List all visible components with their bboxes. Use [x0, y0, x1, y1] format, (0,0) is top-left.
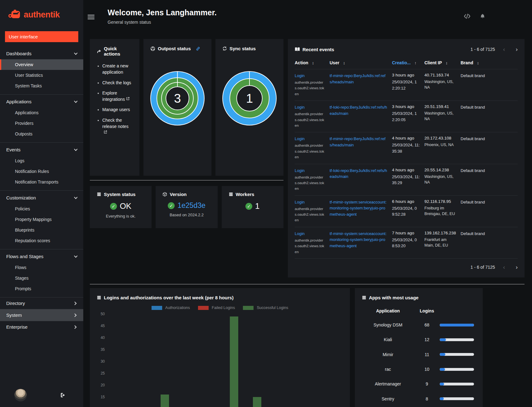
event-user-cell: tf-mimir-repo:BeryJu/k8s:ref:refs/heads/…	[330, 73, 392, 97]
event-location: Washington, US, NA	[424, 79, 456, 90]
y-axis-tick-label: 20	[97, 383, 105, 387]
pagination-next-icon[interactable]: ›	[516, 264, 518, 271]
event-relative-time: 6 hours ago	[392, 199, 420, 204]
legend-item-failed-logins: Failed Logins	[198, 306, 235, 310]
sidebar-section-header-flows-and-stages[interactable]: Flows and Stages	[0, 251, 83, 262]
sidebar-section-header-enterprise[interactable]: Enterprise	[0, 321, 83, 333]
event-brand: Default brand	[461, 199, 491, 205]
quick-actions-card: Quick actions Create a new applicationCh…	[90, 39, 139, 176]
quick-action-link-explore-integrations[interactable]: Explore integrations	[102, 91, 125, 102]
event-action-link[interactable]: Login	[295, 136, 305, 141]
chain-link-icon[interactable]	[196, 47, 200, 51]
user-avatar[interactable]	[14, 389, 27, 401]
app-usage-bar	[440, 383, 474, 385]
sidebar-section-label: Enterprise	[6, 324, 27, 330]
event-timestamp: 25/03/2024, 11:35:29	[392, 174, 420, 186]
sidebar-item-prompts[interactable]: Prompts	[0, 283, 83, 294]
sync-status-title: Sync status	[230, 46, 256, 51]
event-user-link[interactable]: tf-mimir-system:serviceaccount:monitorin…	[330, 199, 388, 218]
event-row: Loginauthentik.providers.oauth2.views.to…	[295, 196, 518, 227]
event-user-link[interactable]: tf-loki-repo:BeryJu/k8s:ref:refs/heads/m…	[330, 168, 388, 180]
event-user-link[interactable]: tf-loki-repo:BeryJu/k8s:ref:refs/heads/m…	[330, 104, 388, 116]
code-brackets-icon[interactable]	[464, 14, 471, 19]
sidebar-item-applications[interactable]: Applications	[0, 107, 83, 118]
quick-action-link-manage-users[interactable]: Manage users	[102, 107, 130, 112]
column-header-creatio[interactable]: Creatio...↑	[392, 60, 424, 65]
event-timestamp: 25/03/2024, 08:53:20	[392, 237, 420, 249]
pagination-next-icon[interactable]: ›	[516, 46, 518, 53]
quick-action-item: Check the release notes	[102, 117, 133, 136]
authentik-logo: authentik	[0, 0, 83, 28]
hamburger-menu-icon[interactable]	[88, 14, 94, 20]
event-user-cell: tf-loki-repo:BeryJu/k8s:ref:refs/heads/m…	[330, 168, 392, 192]
sidebar-item-stages[interactable]: Stages	[0, 273, 83, 283]
apps-usage-card: Apps with most usage ApplicationLoginsSy…	[355, 288, 483, 407]
sidebar-item-outposts[interactable]: Outposts	[0, 129, 83, 139]
event-user-link[interactable]: tf-mimir-system:serviceaccount:monitorin…	[330, 231, 388, 249]
event-action-link[interactable]: Login	[295, 231, 305, 236]
event-user-link[interactable]: tf-mimir-repo:BeryJu/k8s:ref:refs/heads/…	[330, 136, 388, 148]
app-logins-count: 12	[414, 337, 440, 342]
version-value-link[interactable]: 1e25d3e	[177, 201, 206, 210]
column-header-client-ip[interactable]: Client IP↕	[424, 60, 461, 65]
app-usage-bar	[440, 397, 474, 400]
quick-action-link-check-the-logs[interactable]: Check the logs	[102, 80, 131, 85]
sidebar-section-header-events[interactable]: Events	[0, 144, 83, 155]
sidebar-item-property-mappings[interactable]: Property Mappings	[0, 214, 83, 225]
apps-usage-title: Apps with most usage	[369, 295, 418, 300]
event-timestamp: 25/03/2024, 09:52:28	[392, 205, 420, 218]
app-usage-bar	[440, 368, 474, 371]
progress-fill	[440, 338, 446, 341]
notification-bell-icon[interactable]	[480, 13, 485, 19]
sidebar-section-header-directory[interactable]: Directory	[0, 297, 83, 309]
sidebar-item-providers[interactable]: Providers	[0, 118, 83, 129]
authentik-logo-icon	[8, 9, 21, 20]
sidebar-item-reputation-scores[interactable]: Reputation scores	[0, 235, 83, 246]
sidebar-section-header-customization[interactable]: Customization	[0, 192, 83, 203]
recent-events-card: Recent events 1 - 6 of 7125 ‹ › Action↕U…	[288, 39, 525, 277]
quick-action-item: Manage users	[102, 106, 133, 113]
sign-out-icon[interactable]	[60, 392, 66, 398]
external-link-icon	[104, 130, 107, 134]
sidebar-item-user-statistics[interactable]: User Statistics	[0, 70, 83, 81]
sidebar-item-flows[interactable]: Flows	[0, 262, 83, 273]
sidebar-section-header-applications[interactable]: Applications	[0, 96, 83, 107]
column-header-user[interactable]: User↕	[330, 60, 392, 65]
sidebar-item-logs[interactable]: Logs	[0, 155, 83, 166]
sidebar-item-notification-transports[interactable]: Notification Transports	[0, 177, 83, 187]
user-interface-button[interactable]: User interface	[5, 31, 78, 42]
sidebar-item-policies[interactable]: Policies	[0, 203, 83, 214]
sidebar-section-header-dashboards[interactable]: Dashboards	[0, 48, 83, 59]
event-action-context: authentik.providers.oauth2.views.token	[295, 174, 325, 192]
app-name: Sentry	[362, 396, 414, 402]
authentik-logo-text: authentik	[24, 10, 60, 20]
sidebar-item-blueprints[interactable]: Blueprints	[0, 225, 83, 235]
quick-action-link-check-the-release-notes[interactable]: Check the release notes	[102, 118, 128, 129]
sidebar-item-system-tasks[interactable]: System Tasks	[0, 81, 83, 91]
column-header-action[interactable]: Action↕	[295, 60, 330, 65]
event-relative-time: 3 hours ago	[392, 104, 420, 109]
event-action-link[interactable]: Login	[295, 73, 305, 78]
pagination-top: 1 - 6 of 7125 ‹ ›	[471, 46, 518, 53]
sidebar-item-notification-rules[interactable]: Notification Rules	[0, 166, 83, 177]
app-name: Alertmanager	[362, 381, 414, 387]
pagination-prev-icon[interactable]: ‹	[503, 264, 505, 271]
app-logins-count: 8	[414, 396, 440, 401]
pagination-prev-icon[interactable]: ‹	[503, 46, 505, 53]
sidebar-item-overview[interactable]: Overview	[0, 59, 83, 70]
app-name: Synology DSM	[362, 322, 414, 328]
chevron-right-icon	[73, 302, 76, 305]
legend-swatch	[152, 306, 162, 310]
event-action-link[interactable]: Login	[295, 200, 305, 204]
column-header-brand[interactable]: Brand↕	[461, 60, 495, 65]
event-action-link[interactable]: Login	[295, 168, 305, 173]
event-action-link[interactable]: Login	[295, 105, 305, 110]
legend-label: Authorizations	[165, 306, 190, 310]
column-header-label: User	[330, 60, 339, 65]
event-user-link[interactable]: tf-mimir-repo:BeryJu/k8s:ref:refs/heads/…	[330, 73, 388, 85]
sidebar-nav: DashboardsOverviewUser StatisticsSystem …	[0, 47, 83, 384]
event-row: Loginauthentik.providers.oauth2.views.to…	[295, 164, 518, 196]
quick-action-link-create-a-new-application[interactable]: Create a new application	[102, 63, 128, 75]
sidebar-section-header-system[interactable]: System	[0, 309, 83, 321]
chevron-down-icon	[74, 99, 77, 103]
